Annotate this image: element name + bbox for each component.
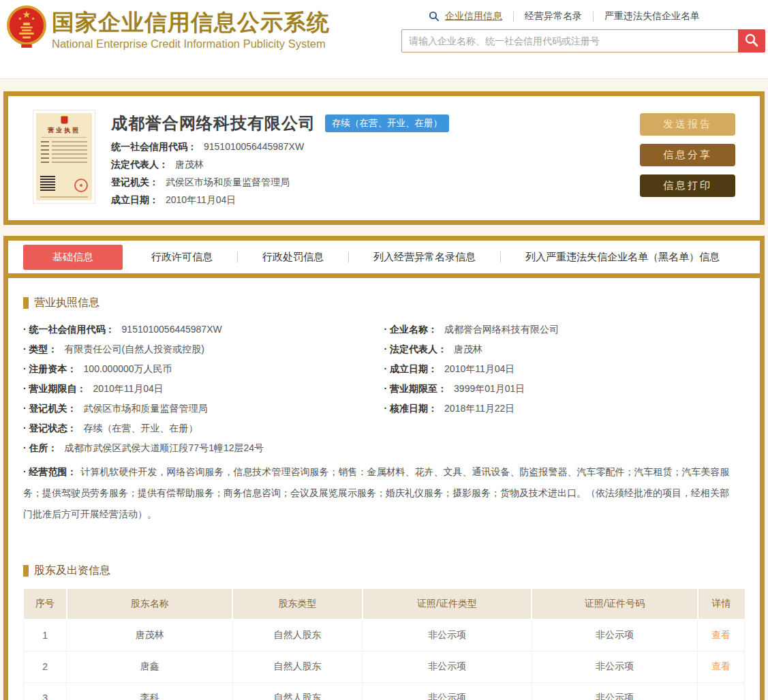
- nav-link-blacklist[interactable]: 严重违法失信企业名单: [604, 10, 700, 22]
- kv-reg-capital: 注册资本：100.000000万人民币: [23, 359, 384, 379]
- col-header-no: 序号: [24, 589, 67, 620]
- national-emblem-logo: [5, 3, 48, 51]
- license-info-grid: 统一社会信用代码：9151010056445987XW 企业名称：成都誉合网络科…: [23, 320, 745, 530]
- search-button[interactable]: [738, 29, 765, 52]
- brand: 国家企业信用信息公示系统 National Enterprise Credit …: [5, 0, 330, 78]
- table-row: 3 李科 自然人股东 非公示项 非公示项: [24, 682, 745, 700]
- kv-reg-status: 登记状态：存续（在营、开业、在册）: [23, 419, 384, 438]
- magnifier-icon: [744, 33, 759, 50]
- license-thumb-title: 营业执照: [36, 126, 92, 135]
- shareholders-table: 序号 股东名称 股东类型 证照/证件类型 证照/证件号码 详情 1 唐茂林 自然: [23, 589, 745, 700]
- kv-uscc: 统一社会信用代码：9151010056445987XW: [23, 320, 384, 339]
- action-buttons: 发送报告 信息分享 信息打印: [640, 110, 735, 205]
- page: 国家企业信用信息公示系统 National Enterprise Credit …: [0, 0, 768, 700]
- nav-link-credit-info[interactable]: 企业信用信息: [445, 10, 502, 22]
- section-title-license-info: 营业执照信息: [23, 296, 745, 310]
- kv-term-to: 营业期限至：3999年01月01日: [384, 379, 746, 399]
- content-background: 营业执照 成都誉合网络科技有限公司 存续（在营、开业、在册）: [0, 78, 768, 700]
- table-header-row: 序号 股东名称 股东类型 证照/证件类型 证照/证件号码 详情: [24, 589, 745, 620]
- search-bar: [401, 29, 765, 52]
- site-title-en: National Enterprise Credit Information P…: [52, 37, 330, 50]
- kv-term-from: 营业期限自：2010年11月04日: [23, 379, 384, 399]
- col-header-cert-type: 证照/证件类型: [363, 589, 532, 620]
- field-legal-rep: 法定代表人：唐茂林: [111, 159, 640, 170]
- field-reg-authority: 登记机关：武侯区市场和质量监督管理局: [111, 177, 640, 187]
- gold-divider: [8, 273, 760, 278]
- brand-titles: 国家企业信用信息公示系统 National Enterprise Credit …: [52, 3, 330, 50]
- send-report-button[interactable]: 发送报告: [640, 113, 735, 136]
- tab-abnormal-list[interactable]: 列入经营异常名录信息: [349, 251, 500, 264]
- kv-legal-rep: 法定代表人：唐茂林: [384, 339, 746, 359]
- search-nav: 企业信用信息 经营异常名录 严重违法失信企业名单: [401, 9, 767, 24]
- kv-business-scope: 经营范围：计算机软硬件开发，网络咨询服务，信息技术管理咨询服务；销售：金属材料、…: [23, 458, 745, 530]
- print-info-button[interactable]: 信息打印: [640, 174, 735, 197]
- license-stamp-icon: [74, 179, 88, 192]
- search-icon: [429, 11, 440, 22]
- nav-separator: [593, 12, 594, 22]
- col-header-type: 股东类型: [232, 589, 362, 620]
- business-license-thumbnail: 营业执照: [33, 110, 95, 204]
- detail-body: 营业执照信息 统一社会信用代码：9151010056445987XW 企业名称：…: [8, 296, 760, 700]
- search-input[interactable]: [401, 29, 738, 52]
- share-info-button[interactable]: 信息分享: [640, 144, 735, 166]
- view-detail-link[interactable]: 查看: [711, 660, 731, 671]
- field-uscc: 统一社会信用代码：9151010056445987XW: [111, 141, 640, 152]
- site-header: 国家企业信用信息公示系统 National Enterprise Credit …: [0, 0, 768, 78]
- company-name: 成都誉合网络科技有限公司: [111, 112, 316, 134]
- table-row: 1 唐茂林 自然人股东 非公示项 非公示项 查看: [24, 620, 745, 651]
- kv-address: 住所：成都市武侯区武侯大道顺江段77号1幢12层24号: [23, 438, 745, 458]
- company-info: 成都誉合网络科技有限公司 存续（在营、开业、在册） 统一社会信用代码：91510…: [95, 110, 640, 205]
- kv-company-name: 企业名称：成都誉合网络科技有限公司: [384, 320, 746, 339]
- tab-blacklist[interactable]: 列入严重违法失信企业名单（黑名单）信息: [501, 251, 744, 264]
- kv-type: 类型：有限责任公司(自然人投资或控股): [23, 339, 384, 359]
- tab-basic-info[interactable]: 基础信息: [23, 245, 123, 270]
- kv-approval-date: 核准日期：2018年11月22日: [384, 399, 746, 419]
- tab-bar: 基础信息 行政许可信息 行政处罚信息 列入经营异常名录信息 列入严重违法失信企业…: [8, 241, 760, 273]
- section-marker-icon: [23, 565, 29, 577]
- section-title-shareholders: 股东及出资信息: [23, 564, 745, 578]
- col-header-cert-no: 证照/证件号码: [532, 589, 697, 620]
- kv-establish-date: 成立日期：2010年11月04日: [384, 359, 746, 379]
- col-header-detail: 详情: [698, 589, 745, 620]
- site-title-zh: 国家企业信用信息公示系统: [52, 10, 330, 35]
- section-marker-icon: [23, 297, 29, 309]
- detail-card: 基础信息 行政许可信息 行政处罚信息 列入经营异常名录信息 列入严重违法失信企业…: [3, 236, 765, 700]
- status-badge: 存续（在营、开业、在册）: [325, 115, 449, 132]
- field-establish-date: 成立日期：2010年11月04日: [111, 194, 640, 205]
- search-area: 企业信用信息 经营异常名录 严重违法失信企业名单: [401, 0, 767, 78]
- nav-link-abnormal-list[interactable]: 经营异常名录: [525, 10, 582, 22]
- license-emblem-icon: [61, 116, 68, 124]
- kv-reg-authority: 登记机关：武侯区市场和质量监督管理局: [23, 399, 384, 419]
- license-qr-code: [40, 176, 55, 191]
- tab-admin-penalty[interactable]: 行政处罚信息: [238, 251, 348, 264]
- col-header-name: 股东名称: [67, 589, 232, 620]
- company-summary-card: 营业执照 成都誉合网络科技有限公司 存续（在营、开业、在册）: [3, 91, 765, 225]
- table-row: 2 唐鑫 自然人股东 非公示项 非公示项 查看: [24, 651, 745, 682]
- nav-separator: [513, 12, 514, 22]
- view-detail-link[interactable]: 查看: [711, 629, 731, 640]
- tab-admin-license[interactable]: 行政许可信息: [127, 251, 237, 264]
